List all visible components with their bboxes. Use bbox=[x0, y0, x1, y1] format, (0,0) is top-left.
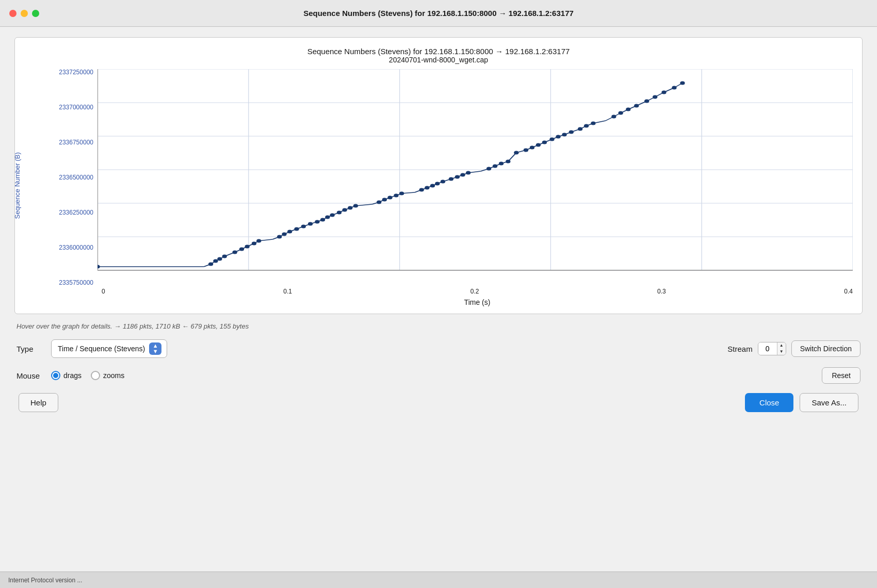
y-tick-labels: 2337250000 2337000000 2336750000 2336500… bbox=[36, 69, 98, 286]
svg-point-18 bbox=[217, 257, 222, 261]
svg-point-32 bbox=[320, 218, 325, 222]
y-tick-0: 2337250000 bbox=[59, 69, 93, 75]
titlebar: Sequence Numbers (Stevens) for 192.168.1… bbox=[0, 0, 877, 27]
mouse-zooms-radio[interactable]: zooms bbox=[91, 371, 124, 380]
titlebar-buttons bbox=[9, 10, 39, 17]
stream-input-container[interactable]: ▲ ▼ bbox=[758, 342, 786, 355]
x-tick-1: 0.1 bbox=[283, 288, 292, 295]
right-buttons: Close Save As... bbox=[745, 393, 858, 412]
chart-subtitle: 20240701-wnd-8000_wget.cap bbox=[24, 56, 853, 64]
svg-point-58 bbox=[524, 149, 528, 152]
chart-area: Sequence Number (B) 2337250000 233700000… bbox=[24, 69, 853, 306]
svg-point-73 bbox=[644, 100, 649, 103]
svg-point-20 bbox=[233, 251, 237, 254]
minimize-window-button[interactable] bbox=[21, 10, 28, 17]
type-label: Type bbox=[17, 345, 45, 353]
chart-plot-area[interactable]: 2337250000 2337000000 2336750000 2336500… bbox=[36, 69, 853, 286]
chart-svg[interactable]: .grid-line { stroke: #d0d8e8; stroke-wid… bbox=[98, 69, 853, 286]
stream-section: Stream ▲ ▼ Switch Direction bbox=[727, 340, 860, 357]
bottom-buttons: Help Close Save As... bbox=[17, 393, 860, 412]
svg-point-64 bbox=[562, 133, 566, 137]
type-spinner-icon: ▲ ▼ bbox=[149, 342, 161, 355]
svg-point-55 bbox=[499, 162, 504, 166]
svg-point-29 bbox=[301, 225, 306, 228]
type-select-text: Time / Sequence (Stevens) bbox=[58, 345, 145, 353]
stream-down-button[interactable]: ▼ bbox=[777, 349, 786, 355]
svg-point-45 bbox=[425, 186, 429, 190]
svg-point-36 bbox=[342, 208, 347, 212]
x-tick-2: 0.2 bbox=[470, 288, 479, 295]
y-tick-6: 2335750000 bbox=[59, 280, 93, 286]
mouse-drags-radio[interactable]: drags bbox=[51, 371, 82, 380]
x-axis-area: 0 0.1 0.2 0.3 0.4 Time (s) bbox=[36, 286, 853, 306]
svg-point-23 bbox=[252, 242, 256, 246]
svg-point-53 bbox=[486, 167, 491, 171]
mouse-control-row: Mouse drags zooms Reset bbox=[17, 367, 860, 384]
svg-point-28 bbox=[294, 227, 299, 231]
x-axis-label: Time (s) bbox=[102, 298, 853, 306]
drags-radio-button[interactable] bbox=[51, 371, 60, 380]
y-tick-2: 2336750000 bbox=[59, 139, 93, 145]
stream-spinner: ▲ ▼ bbox=[777, 342, 786, 355]
svg-point-47 bbox=[435, 182, 440, 186]
svg-point-22 bbox=[245, 245, 249, 249]
reset-button[interactable]: Reset bbox=[822, 367, 860, 384]
y-tick-1: 2337000000 bbox=[59, 104, 93, 110]
svg-point-25 bbox=[277, 235, 282, 239]
svg-point-26 bbox=[282, 233, 286, 236]
svg-point-27 bbox=[287, 230, 292, 234]
svg-point-31 bbox=[315, 220, 319, 224]
svg-point-30 bbox=[308, 222, 313, 226]
y-axis-label: Sequence Number (B) bbox=[13, 157, 21, 219]
x-tick-4: 0.4 bbox=[844, 288, 853, 295]
svg-point-62 bbox=[549, 138, 554, 141]
svg-point-60 bbox=[536, 143, 541, 147]
svg-point-63 bbox=[556, 135, 560, 139]
svg-point-41 bbox=[387, 196, 392, 200]
close-button[interactable]: Close bbox=[745, 393, 793, 412]
svg-point-15 bbox=[98, 265, 100, 269]
svg-point-39 bbox=[377, 201, 381, 204]
switch-direction-button[interactable]: Switch Direction bbox=[791, 340, 860, 357]
main-content: Sequence Numbers (Stevens) for 192.168.1… bbox=[0, 27, 877, 571]
window-title: Sequence Numbers (Stevens) for 192.168.1… bbox=[303, 9, 574, 18]
stream-label: Stream bbox=[727, 345, 752, 353]
help-button[interactable]: Help bbox=[19, 393, 58, 412]
stream-input[interactable] bbox=[758, 342, 777, 355]
svg-point-67 bbox=[584, 124, 589, 128]
chart-title-area: Sequence Numbers (Stevens) for 192.168.1… bbox=[24, 47, 853, 64]
chart-inner: 2337250000 2337000000 2336750000 2336500… bbox=[36, 69, 853, 306]
svg-point-54 bbox=[493, 165, 497, 168]
type-control-row: Type Time / Sequence (Stevens) ▲ ▼ Strea… bbox=[17, 339, 860, 358]
mouse-label: Mouse bbox=[17, 371, 45, 380]
svg-point-77 bbox=[680, 81, 685, 85]
svg-point-40 bbox=[382, 198, 387, 202]
y-tick-5: 2336000000 bbox=[59, 244, 93, 251]
svg-point-33 bbox=[325, 216, 330, 219]
svg-point-74 bbox=[653, 95, 657, 99]
maximize-window-button[interactable] bbox=[32, 10, 39, 17]
zooms-label: zooms bbox=[103, 371, 124, 380]
zooms-radio-button[interactable] bbox=[91, 371, 100, 380]
svg-point-69 bbox=[611, 115, 616, 119]
taskbar-text: Internet Protocol version ... bbox=[8, 577, 82, 584]
x-tick-0: 0 bbox=[102, 288, 105, 295]
type-select[interactable]: Time / Sequence (Stevens) ▲ ▼ bbox=[51, 339, 167, 358]
stream-up-button[interactable]: ▲ bbox=[777, 342, 786, 349]
svg-point-71 bbox=[626, 108, 630, 111]
y-axis-label-container: Sequence Number (B) bbox=[24, 69, 36, 306]
save-as-button[interactable]: Save As... bbox=[800, 393, 858, 412]
svg-point-37 bbox=[348, 206, 352, 210]
chart-container: Sequence Numbers (Stevens) for 192.168.1… bbox=[14, 37, 863, 314]
svg-point-46 bbox=[430, 184, 435, 188]
svg-point-66 bbox=[578, 127, 582, 131]
close-window-button[interactable] bbox=[9, 10, 17, 17]
svg-point-75 bbox=[661, 91, 666, 94]
svg-point-44 bbox=[419, 188, 424, 192]
svg-point-16 bbox=[208, 263, 213, 266]
drags-label: drags bbox=[63, 371, 82, 380]
y-tick-4: 2336250000 bbox=[59, 209, 93, 216]
chart-main-title: Sequence Numbers (Stevens) for 192.168.1… bbox=[24, 47, 853, 56]
svg-point-49 bbox=[449, 177, 453, 181]
svg-point-70 bbox=[618, 111, 623, 115]
